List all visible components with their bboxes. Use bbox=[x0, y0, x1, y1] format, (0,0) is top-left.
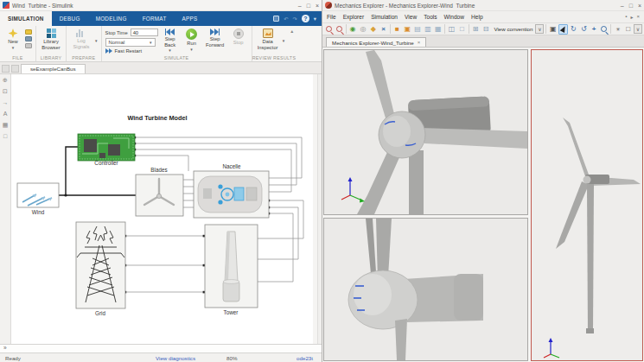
redo-icon[interactable]: ↷ bbox=[293, 16, 297, 22]
full-turbine-view[interactable] bbox=[531, 49, 643, 361]
review-dropdown-icon[interactable]: ▾ bbox=[283, 38, 285, 43]
tab-close-icon[interactable]: × bbox=[418, 40, 421, 45]
dock-close-icon[interactable]: × bbox=[636, 14, 640, 20]
blades-block[interactable] bbox=[136, 175, 183, 216]
close-icon[interactable]: × bbox=[638, 0, 641, 11]
save-file-icon[interactable] bbox=[25, 36, 32, 41]
tab-format[interactable]: FORMAT bbox=[135, 11, 175, 26]
tower-block[interactable] bbox=[205, 225, 258, 308]
controller-block[interactable] bbox=[78, 134, 135, 161]
new-dropdown-icon[interactable]: ▾ bbox=[12, 46, 15, 51]
view-convention-dropdown[interactable]: ∨ bbox=[535, 24, 544, 34]
print-icon[interactable] bbox=[25, 43, 32, 48]
folder-3-icon[interactable]: ▦ bbox=[433, 24, 443, 35]
area-icon[interactable]: □ bbox=[3, 133, 7, 140]
folder-icon[interactable]: ▤ bbox=[413, 24, 423, 35]
paint-icon[interactable]: ◆ bbox=[368, 24, 378, 35]
data-inspector-button[interactable]: Data Inspector bbox=[256, 29, 280, 50]
front-closeup-view[interactable] bbox=[323, 49, 528, 215]
tab-simulation[interactable]: SIMULATION bbox=[0, 11, 52, 26]
log-signals-button[interactable]: Log Signals bbox=[70, 29, 92, 49]
tab-debug[interactable]: DEBUG bbox=[52, 11, 88, 26]
maximize-icon[interactable]: □ bbox=[629, 0, 633, 11]
split-view-icon[interactable]: ◫ bbox=[447, 24, 456, 35]
menu-simulation[interactable]: Simulation bbox=[371, 14, 398, 20]
grid-label: Grid bbox=[74, 310, 126, 316]
model-canvas[interactable]: Wind Turbine Model Controller Blades Nac… bbox=[11, 74, 313, 344]
close-icon[interactable]: × bbox=[316, 0, 319, 11]
dock-pin-icon[interactable]: ▪ bbox=[625, 14, 627, 20]
run-button[interactable]: Run ▾ bbox=[182, 29, 201, 52]
simulink-titlebar[interactable]: Wind_Turbine - Simulink – □ × bbox=[0, 0, 322, 11]
perspective-icon[interactable]: ✳ bbox=[613, 24, 622, 35]
maximize-icon[interactable]: □ bbox=[307, 0, 310, 11]
prepare-gallery-dropdown-icon[interactable]: ▾ bbox=[95, 38, 98, 43]
next-view-icon[interactable]: ⊟ bbox=[481, 24, 491, 35]
help-icon[interactable]: ? bbox=[302, 15, 309, 22]
save-icon[interactable] bbox=[273, 16, 279, 22]
fast-restart-toggle[interactable]: Fast Restart bbox=[105, 48, 158, 54]
dock-undock-icon[interactable]: ▸ bbox=[630, 14, 633, 20]
grid-block[interactable] bbox=[76, 222, 125, 308]
camera-icon[interactable]: ▣ bbox=[548, 24, 558, 35]
sim-mode-select[interactable]: Normal ▾ bbox=[105, 38, 156, 47]
open-folder-icon[interactable] bbox=[25, 29, 32, 35]
zoom-in-icon[interactable] bbox=[324, 24, 334, 35]
simulate-section-label: SIMULATE bbox=[102, 55, 252, 60]
zoom-tool-icon[interactable] bbox=[600, 24, 609, 35]
library-browser-button[interactable]: Library Browser bbox=[40, 29, 62, 50]
minimize-icon[interactable]: – bbox=[621, 0, 624, 11]
prev-view-icon[interactable]: ⊞ bbox=[471, 24, 481, 35]
expand-icon[interactable]: × bbox=[379, 24, 388, 35]
mechanics-explorer-window: Mechanics Explorer - Mechanics Explorer-… bbox=[322, 0, 644, 362]
menu-tools[interactable]: Tools bbox=[424, 14, 437, 20]
new-button[interactable]: New ▾ bbox=[3, 29, 22, 50]
rotate-icon[interactable]: ↻ bbox=[569, 24, 578, 35]
command-strip[interactable]: » bbox=[0, 344, 322, 352]
menu-window[interactable]: Window bbox=[444, 14, 464, 20]
view-diagnostics-link[interactable]: View diagnostics bbox=[156, 355, 195, 361]
viewport-layout-dropdown[interactable]: ∨ bbox=[634, 24, 642, 34]
status-solver[interactable]: ode23t bbox=[296, 355, 313, 361]
minimize-icon[interactable]: – bbox=[298, 0, 302, 11]
stop-time-input[interactable]: 40 bbox=[131, 29, 158, 36]
box-icon[interactable]: ■ bbox=[392, 24, 402, 35]
step-forward-button[interactable]: Step Forward bbox=[204, 29, 226, 48]
menu-help[interactable]: Help bbox=[471, 14, 483, 20]
route-icon[interactable]: → bbox=[3, 99, 9, 106]
step-back-button[interactable]: Step Back ▾ bbox=[161, 29, 180, 54]
nav-forward-icon[interactable] bbox=[11, 65, 19, 73]
target-icon[interactable]: ◎ bbox=[358, 24, 367, 35]
image-icon[interactable]: ▦ bbox=[3, 122, 9, 129]
menu-view[interactable]: View bbox=[405, 14, 417, 20]
fit-to-view-icon[interactable]: ⊡ bbox=[3, 88, 8, 95]
mech-titlebar[interactable]: Mechanics Explorer - Mechanics Explorer-… bbox=[322, 0, 644, 11]
folder-2-icon[interactable]: ▥ bbox=[424, 24, 433, 35]
zoom-out-icon[interactable] bbox=[335, 24, 344, 35]
tab-apps[interactable]: APPS bbox=[175, 11, 206, 26]
nav-back-icon[interactable] bbox=[2, 65, 10, 73]
nacelle-block[interactable] bbox=[194, 171, 269, 218]
box-arrow-icon[interactable]: ▣ bbox=[403, 24, 412, 35]
stop-time-label: Stop Time bbox=[105, 30, 128, 35]
file-section-label: FILE bbox=[0, 55, 35, 60]
viewport-layout-icon[interactable]: □ bbox=[623, 24, 633, 35]
record-icon[interactable]: ◉ bbox=[348, 24, 358, 35]
stop-button[interactable]: Stop bbox=[229, 29, 248, 46]
single-view-icon[interactable]: □ bbox=[457, 24, 467, 35]
toolstrip-collapse-icon[interactable]: ▴ bbox=[290, 28, 293, 34]
select-cursor-icon[interactable] bbox=[558, 24, 568, 35]
model-tab[interactable]: seExampleCanBus bbox=[21, 64, 86, 73]
quick-access-dropdown-icon[interactable]: ▾ bbox=[314, 16, 316, 22]
wind-block[interactable] bbox=[17, 183, 59, 207]
tab-modeling[interactable]: MODELING bbox=[88, 11, 135, 26]
mech-tab[interactable]: Mechanics Explorer-Wind_Turbine × bbox=[326, 37, 426, 47]
hub-closeup-view[interactable] bbox=[323, 218, 528, 361]
undo-icon[interactable]: ↶ bbox=[284, 16, 288, 22]
menu-explorer[interactable]: Explorer bbox=[343, 14, 365, 20]
menu-file[interactable]: File bbox=[327, 14, 336, 20]
roll-icon[interactable]: ↺ bbox=[579, 24, 589, 35]
pan-icon[interactable]: + bbox=[590, 24, 599, 35]
zoom-icon[interactable]: ⊕ bbox=[3, 77, 8, 84]
annotation-icon[interactable]: A bbox=[3, 111, 8, 117]
